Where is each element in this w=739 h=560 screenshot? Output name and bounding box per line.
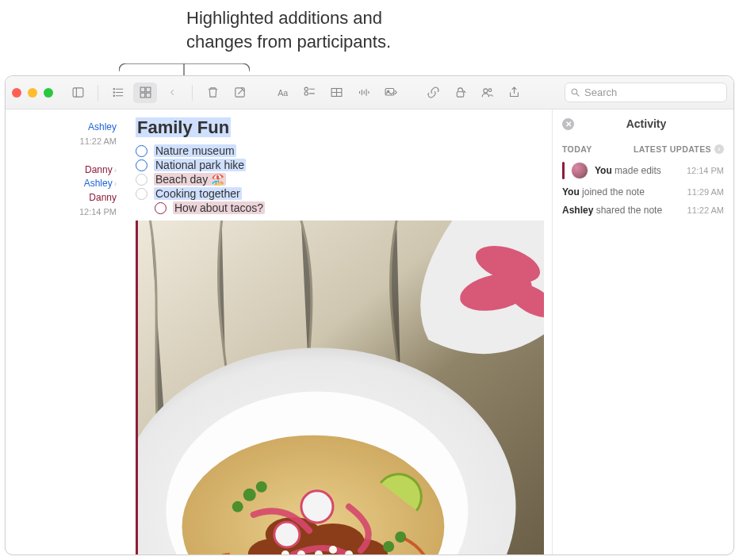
share-button[interactable] bbox=[502, 82, 526, 103]
taco-plate-image bbox=[138, 221, 544, 554]
svg-rect-13 bbox=[146, 93, 151, 98]
activity-text: You joined the note bbox=[562, 186, 681, 198]
svg-rect-28 bbox=[385, 89, 394, 96]
gutter-timestamp: 12:14 PM bbox=[6, 205, 118, 218]
activity-panel: ✕ Activity TODAY LATEST UPDATES › You ma… bbox=[553, 109, 733, 554]
link-button[interactable] bbox=[421, 82, 445, 103]
checklist-item[interactable]: Beach day 🏖️ bbox=[136, 173, 544, 186]
svg-line-34 bbox=[576, 94, 579, 96]
svg-rect-12 bbox=[140, 93, 145, 98]
svg-rect-10 bbox=[140, 87, 145, 92]
chevron-right-icon: › bbox=[114, 179, 117, 188]
attribution-gutter: Ashley11:22 AMDanny›Ashley›Danny12:14 PM bbox=[6, 109, 123, 554]
notes-window: Aa Search As bbox=[5, 75, 734, 555]
zoom-window-button[interactable] bbox=[44, 88, 53, 98]
svg-point-7 bbox=[113, 89, 114, 90]
checkbox-icon[interactable] bbox=[155, 202, 167, 214]
delete-note-button[interactable] bbox=[201, 82, 224, 103]
checklist-item[interactable]: National park hike bbox=[136, 159, 544, 171]
checkbox-icon[interactable] bbox=[136, 174, 147, 186]
checklist-item-text: Nature museum bbox=[154, 144, 236, 157]
svg-point-51 bbox=[243, 489, 256, 501]
svg-point-16 bbox=[304, 87, 308, 90]
note-title[interactable]: Family Fun bbox=[136, 117, 544, 138]
svg-point-32 bbox=[488, 89, 492, 92]
checklist-item[interactable]: Cooking together bbox=[136, 187, 544, 200]
checklist-item[interactable]: How about tacos? bbox=[155, 201, 544, 214]
svg-point-18 bbox=[304, 92, 308, 95]
callout-line2: changes from participants. bbox=[186, 30, 391, 54]
svg-point-53 bbox=[232, 501, 243, 512]
activity-item[interactable]: You made edits12:14 PM bbox=[562, 162, 724, 179]
activity-accent-bar bbox=[562, 162, 565, 179]
activity-item[interactable]: Ashley shared the note11:22 AM bbox=[562, 205, 724, 216]
checklist-button[interactable] bbox=[297, 82, 321, 103]
table-button[interactable] bbox=[324, 82, 348, 103]
format-button[interactable]: Aa bbox=[270, 82, 294, 103]
audio-button[interactable] bbox=[351, 82, 375, 103]
checklist-item-text: Beach day 🏖️ bbox=[154, 173, 226, 186]
back-button[interactable] bbox=[160, 82, 184, 103]
toolbar: Aa Search bbox=[6, 76, 733, 109]
checklist-item-text: Cooking together bbox=[154, 187, 242, 200]
chevron-right-icon: › bbox=[114, 166, 117, 175]
checkbox-icon[interactable] bbox=[136, 188, 147, 200]
new-note-button[interactable] bbox=[228, 82, 251, 103]
minimize-window-button[interactable] bbox=[28, 88, 37, 98]
gutter-author[interactable]: Ashley› bbox=[6, 177, 118, 191]
close-activity-button[interactable]: ✕ bbox=[562, 118, 574, 130]
search-field[interactable]: Search bbox=[565, 82, 727, 102]
toolbar-separator bbox=[98, 85, 98, 101]
lock-button[interactable] bbox=[448, 82, 472, 103]
svg-rect-11 bbox=[146, 87, 151, 92]
checklist-item-text: How about tacos? bbox=[173, 201, 265, 214]
activity-text: Ashley shared the note bbox=[562, 205, 681, 216]
svg-point-9 bbox=[113, 95, 114, 96]
latest-updates-button[interactable]: LATEST UPDATES › bbox=[634, 144, 724, 154]
svg-point-33 bbox=[572, 89, 577, 94]
activity-text: You made edits bbox=[595, 165, 680, 176]
activity-item[interactable]: You joined the note11:29 AM bbox=[562, 186, 724, 198]
toolbar-separator bbox=[192, 85, 193, 101]
svg-point-55 bbox=[395, 531, 406, 543]
media-button[interactable] bbox=[378, 82, 402, 103]
gutter-timestamp: 11:22 AM bbox=[6, 135, 118, 148]
search-placeholder: Search bbox=[584, 86, 617, 98]
toggle-sidebar-button[interactable] bbox=[66, 82, 90, 103]
svg-rect-2 bbox=[73, 88, 83, 97]
checklist: Nature museumNational park hikeBeach day… bbox=[136, 144, 544, 214]
svg-text:Aa: Aa bbox=[278, 88, 288, 98]
checkbox-icon[interactable] bbox=[136, 145, 147, 157]
search-icon bbox=[570, 87, 580, 98]
checkbox-icon[interactable] bbox=[136, 159, 147, 171]
gutter-gap bbox=[6, 148, 118, 163]
svg-point-52 bbox=[256, 481, 267, 493]
avatar bbox=[571, 162, 588, 179]
svg-point-54 bbox=[383, 541, 394, 552]
callout-line1: Highlighted additions and bbox=[186, 6, 391, 30]
gutter-author[interactable]: Danny› bbox=[6, 163, 118, 178]
window-controls bbox=[12, 88, 53, 98]
attached-photo[interactable] bbox=[136, 221, 544, 554]
activity-today-label: TODAY bbox=[562, 144, 592, 154]
gallery-view-button[interactable] bbox=[133, 82, 157, 103]
svg-point-57 bbox=[329, 546, 337, 554]
callout-annotation: Highlighted additions and changes from p… bbox=[186, 6, 391, 53]
svg-point-8 bbox=[113, 92, 114, 93]
svg-point-31 bbox=[483, 89, 487, 93]
activity-time: 11:29 AM bbox=[687, 187, 724, 197]
checklist-item-text: National park hike bbox=[154, 159, 246, 171]
collaborate-button[interactable] bbox=[475, 82, 499, 103]
note-editor[interactable]: Family Fun Nature museumNational park hi… bbox=[123, 109, 553, 554]
gutter-author[interactable]: Ashley bbox=[6, 121, 118, 135]
gutter-author[interactable]: Danny bbox=[6, 191, 118, 205]
activity-time: 11:22 AM bbox=[687, 205, 724, 215]
activity-feed: You made edits12:14 PMYou joined the not… bbox=[562, 162, 724, 216]
chevron-right-icon: › bbox=[714, 144, 724, 154]
svg-rect-30 bbox=[457, 92, 464, 97]
note-title-text: Family Fun bbox=[136, 117, 231, 137]
list-view-button[interactable] bbox=[106, 82, 130, 103]
activity-time: 12:14 PM bbox=[687, 166, 724, 175]
close-window-button[interactable] bbox=[12, 88, 21, 98]
checklist-item[interactable]: Nature museum bbox=[136, 144, 544, 157]
